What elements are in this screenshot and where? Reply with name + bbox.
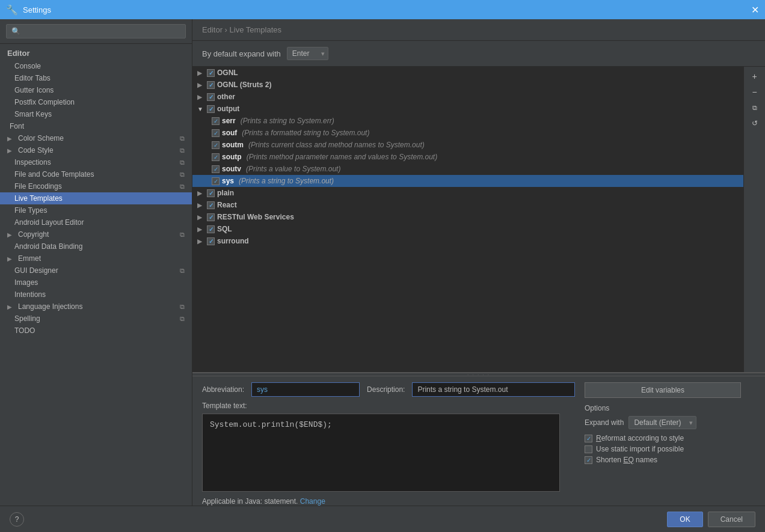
reset-button[interactable]: ↺ — [747, 116, 763, 130]
group-surround[interactable]: ▶ surround — [192, 235, 743, 247]
ognl-arrow: ▶ — [197, 70, 204, 76]
sidebar-item-gui-designer[interactable]: GUI Designer ⧉ — [0, 264, 192, 277]
sidebar-item-console[interactable]: Console — [0, 60, 192, 72]
sidebar-item-lang-injections[interactable]: ▶ Language Injections ⧉ — [0, 301, 192, 313]
ognl-struts-label: OGNL (Struts 2) — [217, 81, 271, 89]
ok-button[interactable]: OK — [667, 512, 702, 527]
group-sql[interactable]: ▶ SQL — [192, 223, 743, 235]
group-other[interactable]: ▶ other — [192, 91, 743, 103]
copyright-copy-icon: ⧉ — [180, 231, 185, 239]
cancel-button[interactable]: Cancel — [708, 512, 755, 527]
soutp-desc: (Prints method parameter names and value… — [247, 153, 437, 161]
group-ognl-struts[interactable]: ▶ OGNL (Struts 2) — [192, 79, 743, 91]
souf-checkbox[interactable] — [212, 129, 220, 137]
expand-with-dropdown-wrapper: Enter Tab Space — [287, 47, 328, 60]
ognl-label: OGNL — [217, 69, 238, 77]
tpl-sys[interactable]: sys (Prints a string to System.out) — [192, 175, 743, 187]
surround-checkbox[interactable] — [207, 237, 215, 245]
group-ognl[interactable]: ▶ OGNL — [192, 67, 743, 79]
tpl-soutm[interactable]: soutm (Prints current class and method n… — [192, 139, 743, 151]
group-react[interactable]: ▶ React — [192, 199, 743, 211]
emmet-arrow: ▶ — [7, 255, 14, 262]
soutp-name: soutp — [222, 153, 242, 161]
sidebar-item-code-style[interactable]: ▶ Code Style ⧉ — [0, 144, 192, 156]
group-plain[interactable]: ▶ plain — [192, 187, 743, 199]
reformat-checkbox[interactable] — [585, 435, 592, 442]
react-arrow: ▶ — [197, 202, 204, 209]
sidebar-item-smart-keys[interactable]: Smart Keys — [0, 108, 192, 120]
restful-checkbox[interactable] — [207, 213, 215, 221]
sidebar-item-gutter-icons[interactable]: Gutter Icons — [0, 84, 192, 96]
react-checkbox[interactable] — [207, 201, 215, 209]
templates-list: ▶ OGNL ▶ OGNL (Struts 2) ▶ — [192, 67, 743, 372]
options-bar: By default expand with Enter Tab Space — [192, 41, 765, 67]
sidebar-item-images[interactable]: Images — [0, 277, 192, 289]
main-panel: Editor › Live Templates By default expan… — [192, 19, 765, 506]
react-label: React — [217, 201, 237, 209]
breadcrumb-parent: Editor — [202, 25, 223, 34]
sidebar-item-inspections[interactable]: Inspections ⧉ — [0, 156, 192, 168]
add-button[interactable]: + — [747, 69, 763, 84]
soutv-name: soutv — [222, 165, 241, 173]
soutv-checkbox[interactable] — [212, 165, 220, 173]
ognl-checkbox[interactable] — [207, 69, 215, 77]
plain-checkbox[interactable] — [207, 189, 215, 197]
template-code[interactable]: System.out.println($END$); — [202, 414, 560, 492]
sidebar-item-android-data[interactable]: Android Data Binding — [0, 240, 192, 252]
sidebar-item-spelling[interactable]: Spelling ⧉ — [0, 313, 192, 325]
other-checkbox[interactable] — [207, 93, 215, 101]
sidebar-item-live-templates[interactable]: Live Templates — [0, 192, 192, 204]
sidebar-item-todo[interactable]: TODO — [0, 325, 192, 337]
sidebar-item-intentions[interactable]: Intentions — [0, 289, 192, 301]
tpl-soutv[interactable]: soutv (Prints a value to System.out) — [192, 163, 743, 175]
edit-variables-button[interactable]: Edit variables — [585, 382, 741, 398]
lang-arrow: ▶ — [7, 304, 14, 310]
sidebar-item-file-types[interactable]: File Types — [0, 204, 192, 216]
remove-button[interactable]: − — [747, 85, 763, 99]
static-import-checkbox[interactable] — [585, 445, 592, 453]
output-arrow: ▼ — [197, 106, 204, 112]
search-input[interactable] — [6, 24, 186, 38]
sys-checkbox[interactable] — [212, 177, 220, 185]
abbreviation-label: Abbreviation: — [202, 385, 244, 394]
applicable-change-link[interactable]: Change — [300, 497, 325, 506]
soutp-checkbox[interactable] — [212, 153, 220, 161]
sidebar-item-postfix-completion[interactable]: Postfix Completion — [0, 96, 192, 108]
app-icon: 🔧 — [6, 4, 18, 16]
expand-with-options-dropdown[interactable]: Default (Enter) Enter Tab Space — [628, 416, 696, 429]
expand-with-options-label: Expand with — [585, 418, 624, 427]
group-output[interactable]: ▼ output — [192, 103, 743, 115]
restful-label: RESTful Web Services — [217, 213, 294, 221]
shorten-eq-checkbox[interactable] — [585, 456, 592, 464]
sidebar-item-editor-tabs[interactable]: Editor Tabs — [0, 72, 192, 84]
sidebar-item-font[interactable]: Font — [0, 120, 192, 132]
serr-checkbox[interactable] — [212, 117, 220, 125]
ognl-struts-checkbox[interactable] — [207, 81, 215, 89]
tpl-soutp[interactable]: soutp (Prints method parameter names and… — [192, 151, 743, 163]
spelling-copy-icon: ⧉ — [180, 315, 185, 323]
sidebar-item-file-encodings[interactable]: File Encodings ⧉ — [0, 180, 192, 192]
expand-with-dropdown[interactable]: Enter Tab Space — [287, 47, 328, 60]
sidebar-item-file-code-templates[interactable]: File and Code Templates ⧉ — [0, 168, 192, 180]
output-checkbox[interactable] — [207, 105, 215, 113]
sys-desc: (Prints a string to System.out) — [239, 177, 334, 185]
sidebar: Editor Console Editor Tabs Gutter Icons … — [0, 19, 192, 506]
copy-button[interactable]: ⧉ — [747, 100, 763, 115]
group-restful[interactable]: ▶ RESTful Web Services — [192, 211, 743, 223]
sql-checkbox[interactable] — [207, 225, 215, 233]
tpl-serr[interactable]: serr (Prints a string to System.err) — [192, 115, 743, 127]
sidebar-item-emmet[interactable]: ▶ Emmet — [0, 252, 192, 264]
soutm-checkbox[interactable] — [212, 141, 220, 149]
sidebar-item-color-scheme[interactable]: ▶ Color Scheme ⧉ — [0, 132, 192, 144]
side-buttons: + − ⧉ ↺ — [743, 67, 765, 372]
expand-with-options-wrapper: Default (Enter) Enter Tab Space — [628, 416, 696, 429]
abbreviation-input[interactable] — [251, 382, 360, 397]
close-button[interactable]: ✕ — [751, 4, 759, 16]
code-style-copy-icon: ⧉ — [180, 147, 185, 154]
description-input[interactable] — [412, 382, 575, 397]
tpl-souf[interactable]: souf (Prints a formatted string to Syste… — [192, 127, 743, 139]
serr-desc: (Prints a string to System.err) — [241, 117, 334, 125]
help-button[interactable]: ? — [10, 512, 24, 527]
sidebar-item-copyright[interactable]: ▶ Copyright ⧉ — [0, 228, 192, 240]
sidebar-item-android-layout[interactable]: Android Layout Editor — [0, 216, 192, 228]
